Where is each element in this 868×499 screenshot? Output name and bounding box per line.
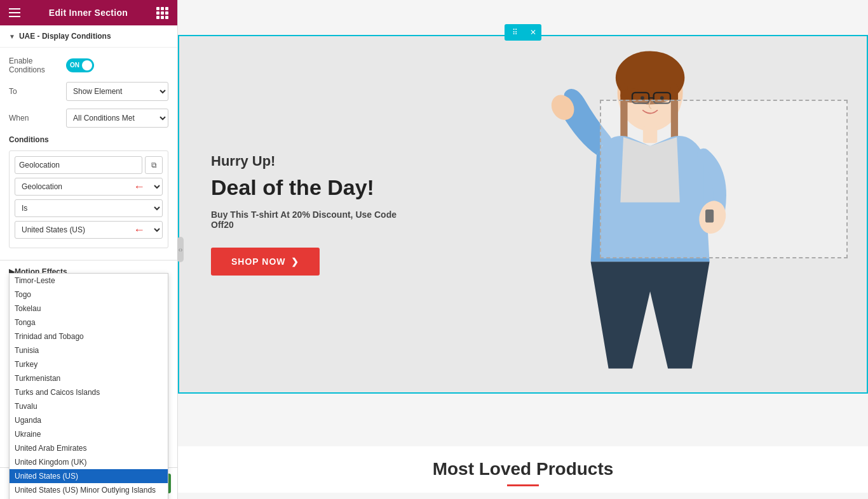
- when-select[interactable]: All Conditions Met Any Condition Met: [66, 109, 168, 128]
- most-loved-section: Most Loved Products: [178, 446, 868, 493]
- conditions-form: Enable Conditions ON To Show Element Hid…: [0, 48, 177, 260]
- shop-now-arrow-icon: ❯: [291, 256, 299, 267]
- left-panel: Edit Inner Section ▼ UAE - Display Condi…: [0, 0, 178, 499]
- section-controls: ⠿ ✕: [505, 24, 541, 41]
- condition-country-row: United States (US) ←: [15, 221, 163, 239]
- page-editor: ⠿ ✕ Hurry Up! Deal of the Day! Buy This …: [178, 0, 868, 499]
- conditions-label: Conditions: [9, 135, 168, 144]
- condition-sub-select-wrap: Geolocation ←: [15, 178, 163, 196]
- panel-title: Edit Inner Section: [49, 8, 128, 18]
- country-item-uk[interactable]: United Kingdom (UK): [10, 455, 168, 467]
- uae-display-conditions-header[interactable]: ▼ UAE - Display Conditions: [0, 25, 177, 48]
- country-item-timor-leste[interactable]: Timor-Leste: [10, 274, 168, 288]
- country-item-uae[interactable]: United Arab Emirates: [10, 441, 168, 455]
- country-dropdown: Timor-Leste Togo Tokelau Tonga Trinidad …: [9, 273, 168, 467]
- condition-sub-row: Geolocation ←: [15, 178, 163, 196]
- hero-main-title: Deal of the Day!: [211, 175, 414, 201]
- condition-type-row: ⧉: [15, 156, 163, 174]
- to-row: To Show Element Hide Element: [9, 82, 168, 101]
- enable-conditions-row: Enable Conditions ON: [9, 57, 168, 74]
- condition-country-select-wrap: United States (US) ←: [15, 221, 163, 239]
- to-select[interactable]: Show Element Hide Element: [66, 82, 168, 101]
- toggle-on-label: ON: [70, 62, 79, 69]
- country-item-turkey[interactable]: Turkey: [10, 357, 168, 371]
- panel-header: Edit Inner Section: [0, 0, 177, 25]
- condition-type-input[interactable]: [15, 156, 142, 174]
- country-item-ukraine[interactable]: Ukraine: [10, 427, 168, 441]
- right-content: ⠿ ✕ Hurry Up! Deal of the Day! Buy This …: [178, 0, 868, 499]
- hero-subtitle: Buy This T-shirt At 20% Discount, Use Co…: [211, 210, 414, 230]
- condition-sub-select[interactable]: Geolocation: [15, 178, 163, 196]
- country-item-turkmenistan[interactable]: Turkmenistan: [10, 371, 168, 385]
- section-drag-handle[interactable]: ⠿: [505, 24, 525, 41]
- country-item-tonga[interactable]: Tonga: [10, 316, 168, 329]
- panel-body: ▼ UAE - Display Conditions Enable Condit…: [0, 25, 177, 467]
- enable-conditions-label: Enable Conditions: [9, 57, 66, 74]
- hero-left: Hurry Up! Deal of the Day! Buy This T-sh…: [179, 128, 446, 301]
- when-label: When: [9, 114, 66, 123]
- uae-section-title: UAE - Display Conditions: [19, 32, 111, 41]
- country-item-uganda[interactable]: Uganda: [10, 413, 168, 427]
- to-label: To: [9, 87, 66, 96]
- inner-section-dashed-box: [600, 100, 848, 258]
- toggle-wrap: ON: [66, 58, 94, 72]
- country-item-trinidad[interactable]: Trinidad and Tobago: [10, 329, 168, 343]
- hamburger-icon[interactable]: [9, 8, 20, 17]
- country-item-tokelau[interactable]: Tokelau: [10, 302, 168, 316]
- section-close-button[interactable]: ✕: [525, 24, 541, 41]
- country-item-tunisia[interactable]: Tunisia: [10, 343, 168, 357]
- hero-section: Hurry Up! Deal of the Day! Buy This T-sh…: [178, 35, 868, 394]
- enable-conditions-toggle[interactable]: ON: [66, 58, 94, 72]
- resize-handle[interactable]: [177, 237, 184, 262]
- country-item-tuvalu[interactable]: Tuvalu: [10, 399, 168, 413]
- most-loved-title: Most Loved Products: [178, 459, 868, 479]
- shop-now-label: SHOP NOW: [231, 256, 286, 267]
- grid-icon[interactable]: [156, 7, 168, 19]
- chevron-down-icon: ▼: [9, 33, 15, 40]
- copy-button[interactable]: ⧉: [145, 156, 163, 174]
- hero-image: [386, 36, 867, 392]
- hero-small-title: Hurry Up!: [211, 153, 414, 170]
- country-item-turks[interactable]: Turks and Caicos Islands: [10, 385, 168, 399]
- condition-country-select[interactable]: United States (US): [15, 221, 163, 239]
- shop-now-button[interactable]: SHOP NOW ❯: [211, 248, 320, 276]
- when-row: When All Conditions Met Any Condition Me…: [9, 109, 168, 128]
- most-loved-divider: [507, 484, 539, 486]
- condition-operator-row: Is Is Not: [15, 199, 163, 217]
- country-item-togo[interactable]: Togo: [10, 288, 168, 302]
- condition-operator-select[interactable]: Is Is Not: [15, 199, 163, 217]
- condition-box: ⧉ Geolocation ← Is Is Not: [9, 150, 168, 248]
